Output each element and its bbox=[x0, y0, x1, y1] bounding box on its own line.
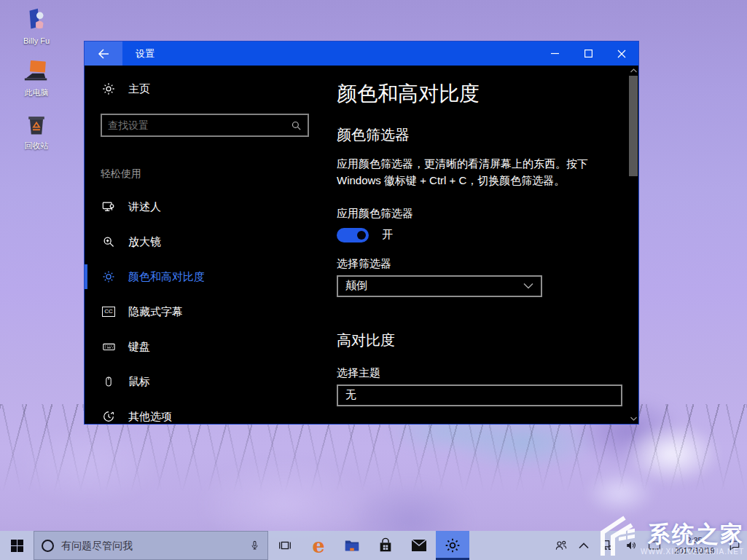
scroll-down-icon[interactable] bbox=[630, 414, 637, 424]
closed-captions-icon: CC bbox=[101, 307, 117, 317]
toggle-knob bbox=[357, 231, 366, 240]
sidebar-item-closed-captions[interactable]: CC 隐藏式字幕 bbox=[85, 294, 325, 329]
magnifier-icon bbox=[101, 235, 117, 248]
sidebar-item-keyboard[interactable]: 键盘 bbox=[85, 329, 325, 364]
minimize-button[interactable] bbox=[538, 42, 571, 66]
gear-icon bbox=[101, 82, 117, 95]
cortana-icon bbox=[42, 540, 54, 552]
clock-date: 2017/10/19 bbox=[670, 545, 719, 556]
settings-search-box[interactable] bbox=[101, 114, 309, 137]
filter-dropdown-value: 颠倒 bbox=[345, 279, 367, 293]
sidebar-item-label: 颜色和高对比度 bbox=[128, 270, 205, 284]
volume-button[interactable] bbox=[624, 539, 638, 552]
other-options-icon bbox=[101, 410, 117, 423]
window-scrollbar[interactable] bbox=[628, 66, 638, 424]
sidebar-item-mouse[interactable]: 鼠标 bbox=[85, 364, 325, 399]
toggle-state-label: 开 bbox=[382, 228, 393, 242]
taskbar-clock[interactable]: 2:35 2017/10/19 bbox=[670, 535, 719, 556]
maximize-icon bbox=[584, 50, 592, 58]
this-pc-icon bbox=[21, 57, 52, 86]
high-contrast-heading: 高对比度 bbox=[337, 331, 622, 350]
close-button[interactable] bbox=[605, 42, 638, 66]
search-icon bbox=[291, 120, 302, 131]
sidebar-item-label: 键盘 bbox=[128, 340, 150, 354]
back-arrow-icon bbox=[98, 49, 109, 59]
sidebar-item-label: 鼠标 bbox=[128, 375, 150, 389]
action-center-button[interactable] bbox=[728, 539, 741, 552]
sidebar-item-home[interactable]: 主页 bbox=[85, 76, 325, 102]
sun-icon bbox=[101, 270, 117, 283]
desktop-icon-user-folder[interactable]: Billy Fu bbox=[9, 6, 64, 45]
scroll-up-icon[interactable] bbox=[630, 66, 637, 76]
cortana-search-box[interactable] bbox=[34, 531, 268, 560]
desktop-icons: Billy Fu 此电脑 回收站 bbox=[9, 6, 64, 151]
mail-button[interactable] bbox=[402, 531, 436, 560]
theme-dropdown[interactable]: 无 bbox=[337, 384, 622, 406]
task-view-button[interactable] bbox=[268, 531, 302, 560]
scrollbar-track[interactable] bbox=[629, 76, 638, 414]
back-button[interactable] bbox=[85, 42, 122, 66]
network-icon bbox=[598, 538, 614, 553]
desktop-icon-this-pc[interactable]: 此电脑 bbox=[9, 57, 64, 98]
speaker-icon bbox=[624, 539, 638, 552]
theme-dropdown-value: 无 bbox=[345, 388, 356, 402]
page-title: 颜色和高对比度 bbox=[337, 80, 622, 108]
people-button[interactable] bbox=[553, 538, 569, 553]
start-button[interactable] bbox=[0, 531, 34, 560]
network-button[interactable] bbox=[598, 538, 614, 553]
color-filters-heading: 颜色筛选器 bbox=[337, 125, 622, 145]
chevron-up-icon bbox=[579, 543, 589, 549]
minimize-icon bbox=[551, 50, 559, 58]
sidebar-item-magnifier[interactable]: 放大镜 bbox=[85, 224, 325, 259]
task-view-icon bbox=[277, 538, 293, 553]
sidebar-home-label: 主页 bbox=[128, 82, 150, 96]
touch-keyboard-icon bbox=[648, 540, 661, 551]
file-explorer-button[interactable] bbox=[335, 531, 369, 560]
user-folder-icon bbox=[21, 6, 52, 35]
settings-search-input[interactable] bbox=[108, 119, 291, 131]
select-theme-label: 选择主题 bbox=[337, 366, 622, 380]
sidebar-item-label: 放大镜 bbox=[128, 235, 161, 249]
windows-logo-icon bbox=[11, 540, 23, 552]
chevron-down-icon bbox=[523, 283, 533, 289]
tray-expand-button[interactable] bbox=[579, 543, 589, 549]
settings-gear-icon bbox=[445, 537, 461, 553]
maximize-button[interactable] bbox=[571, 42, 605, 66]
desktop-icon-recycle-bin[interactable]: 回收站 bbox=[9, 110, 64, 151]
people-icon bbox=[553, 538, 569, 553]
file-explorer-icon bbox=[343, 537, 361, 553]
apply-color-filter-label: 应用颜色筛选器 bbox=[337, 207, 622, 221]
cortana-search-input[interactable] bbox=[61, 540, 242, 551]
window-title: 设置 bbox=[136, 42, 155, 66]
sidebar-item-color-high-contrast[interactable]: 颜色和高对比度 bbox=[85, 259, 325, 294]
select-filter-label: 选择筛选器 bbox=[337, 257, 622, 271]
titlebar: 设置 bbox=[85, 42, 638, 66]
desktop-icon-label: 此电脑 bbox=[25, 87, 49, 98]
filter-dropdown[interactable]: 颠倒 bbox=[337, 275, 542, 297]
scrollbar-thumb[interactable] bbox=[629, 76, 638, 176]
settings-app-button[interactable] bbox=[436, 531, 469, 560]
recycle-bin-icon bbox=[21, 110, 52, 139]
edge-button[interactable]: e bbox=[302, 531, 335, 560]
keyboard-icon bbox=[101, 340, 117, 353]
color-filter-toggle[interactable] bbox=[337, 228, 369, 242]
sidebar-nav: 讲述人 放大镜 颜色和高对比度 bbox=[85, 189, 325, 434]
desktop-icon-label: Billy Fu bbox=[23, 36, 50, 45]
microphone-icon[interactable] bbox=[249, 539, 260, 552]
settings-content: 颜色和高对比度 颜色筛选器 应用颜色筛选器，更清晰的看清屏幕上的东西。按下 Wi… bbox=[325, 66, 628, 424]
edge-icon: e bbox=[312, 536, 324, 556]
action-center-icon bbox=[728, 539, 741, 552]
sidebar-item-label: 隐藏式字幕 bbox=[128, 305, 183, 319]
sidebar-item-label: 其他选项 bbox=[128, 410, 172, 424]
sidebar-item-narrator[interactable]: 讲述人 bbox=[85, 189, 325, 224]
sidebar-item-other-options[interactable]: 其他选项 bbox=[85, 399, 325, 434]
store-button[interactable] bbox=[369, 531, 402, 560]
store-icon bbox=[378, 537, 394, 553]
narrator-icon bbox=[101, 200, 117, 213]
mail-icon bbox=[410, 538, 428, 553]
taskbar: e bbox=[0, 531, 747, 560]
touch-keyboard-button[interactable] bbox=[648, 540, 661, 551]
close-icon bbox=[617, 50, 626, 58]
desktop-icon-label: 回收站 bbox=[25, 141, 49, 151]
sidebar-section-label: 轻松使用 bbox=[101, 167, 325, 181]
